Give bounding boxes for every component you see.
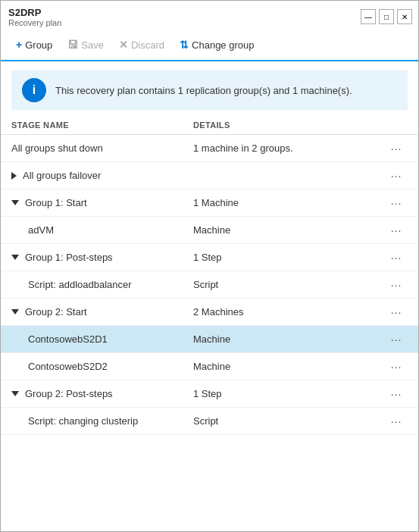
group-label: Group: [25, 39, 52, 51]
table-row[interactable]: Group 2: Post-steps1 Step···: [1, 380, 418, 408]
row-stage-text: All groups failover: [23, 170, 101, 181]
expand-icon: [11, 200, 19, 205]
row-stage-cell: Group 1: Start: [11, 197, 193, 208]
col-header-stage: STAGE NAME: [11, 120, 193, 130]
table-row[interactable]: Group 1: Post-steps1 Step···: [1, 244, 418, 271]
app-title: S2DRP: [8, 7, 61, 18]
row-actions-cell: ···: [385, 168, 408, 183]
row-stage-cell: Group 1: Post-steps: [11, 252, 193, 263]
table-row[interactable]: Group 1: Start1 Machine···: [1, 189, 418, 217]
row-stage-cell: Group 2: Start: [11, 306, 193, 318]
row-actions-cell: ···: [385, 196, 408, 211]
row-stage-text: ContosowebS2D1: [28, 333, 108, 345]
row-details-cell: Machine: [193, 224, 385, 236]
row-menu-button[interactable]: ···: [388, 250, 405, 265]
expand-icon: [11, 391, 19, 396]
row-menu-button[interactable]: ···: [388, 196, 405, 211]
row-details-cell: 1 Step: [193, 252, 385, 263]
row-stage-text: Script: addloadbalancer: [28, 279, 132, 290]
add-group-button[interactable]: + Group: [8, 36, 60, 54]
change-group-button[interactable]: ⇅ Change group: [172, 36, 261, 54]
table-row[interactable]: adVMMachine···: [1, 217, 418, 244]
save-button[interactable]: 🖫 Save: [60, 36, 111, 54]
change-group-label: Change group: [192, 39, 254, 51]
minimize-button[interactable]: —: [361, 9, 376, 24]
row-actions-cell: ···: [385, 250, 408, 265]
row-stage-cell: Script: changing clusterip: [11, 415, 193, 427]
toolbar: + Group 🖫 Save ✕ Discard ⇅ Change group: [1, 30, 418, 61]
expand-icon: [11, 255, 19, 260]
row-menu-button[interactable]: ···: [388, 277, 405, 293]
row-menu-button[interactable]: ···: [388, 359, 405, 374]
row-stage-text: Group 1: Post-steps: [25, 252, 113, 263]
row-menu-button[interactable]: ···: [388, 223, 405, 238]
row-stage-cell: ContosowebS2D2: [11, 361, 193, 372]
change-group-icon: ⇅: [180, 39, 189, 51]
row-stage-cell: Group 2: Post-steps: [11, 388, 193, 399]
row-actions-cell: ···: [385, 277, 408, 293]
row-stage-cell: All groups failover: [11, 170, 193, 181]
row-details-cell: 1 Machine: [193, 197, 385, 208]
row-details-cell: 2 Machines: [193, 306, 385, 318]
table-row[interactable]: Group 2: Start2 Machines···: [1, 299, 418, 326]
row-stage-cell: adVM: [11, 224, 193, 236]
collapse-icon: [11, 172, 17, 180]
row-menu-button[interactable]: ···: [388, 141, 405, 156]
row-stage-text: adVM: [28, 224, 54, 236]
restore-button[interactable]: □: [379, 9, 394, 24]
expand-icon: [11, 309, 19, 315]
row-menu-button[interactable]: ···: [388, 414, 405, 429]
row-details-cell: 1 Step: [193, 388, 385, 399]
row-actions-cell: ···: [385, 305, 408, 320]
discard-label: Discard: [131, 39, 164, 51]
row-menu-button[interactable]: ···: [388, 168, 405, 183]
plus-icon: +: [16, 39, 22, 51]
row-actions-cell: ···: [385, 359, 408, 374]
table-container: STAGE NAME DETAILS All groups shut down1…: [1, 116, 418, 532]
row-menu-button[interactable]: ···: [388, 305, 405, 320]
table-header: STAGE NAME DETAILS: [1, 116, 418, 135]
table-row[interactable]: All groups failover···: [1, 162, 418, 189]
row-stage-cell: ContosowebS2D1: [11, 333, 193, 345]
row-stage-text: All groups shut down: [11, 142, 103, 154]
info-icon: i: [22, 78, 46, 102]
info-banner: i This recovery plan contains 1 replicat…: [11, 70, 408, 110]
titlebar: S2DRP Recovery plan — □ ✕: [1, 1, 418, 30]
discard-icon: ✕: [119, 39, 128, 51]
table-row[interactable]: Script: addloadbalancerScript···: [1, 271, 418, 299]
row-details-cell: 1 machine in 2 groups.: [193, 142, 385, 154]
row-stage-text: Group 2: Post-steps: [25, 388, 113, 399]
table-row[interactable]: ContosowebS2D1Machine···: [1, 326, 418, 353]
row-actions-cell: ···: [385, 414, 408, 429]
titlebar-controls: — □ ✕: [361, 9, 412, 24]
app-subtitle: Recovery plan: [8, 18, 61, 27]
save-label: Save: [81, 39, 104, 51]
row-stage-text: Script: changing clusterip: [28, 415, 138, 427]
row-actions-cell: ···: [385, 141, 408, 156]
row-actions-cell: ···: [385, 223, 408, 238]
titlebar-left: S2DRP Recovery plan: [8, 7, 61, 27]
row-details-cell: Machine: [193, 361, 385, 372]
table-row[interactable]: All groups shut down1 machine in 2 group…: [1, 135, 418, 162]
row-stage-text: ContosowebS2D2: [28, 361, 108, 372]
row-stage-cell: All groups shut down: [11, 142, 193, 154]
close-button[interactable]: ✕: [397, 9, 412, 24]
info-text: This recovery plan contains 1 replicatio…: [55, 85, 352, 96]
row-details-cell: Script: [193, 415, 385, 427]
row-menu-button[interactable]: ···: [388, 386, 405, 402]
row-actions-cell: ···: [385, 332, 408, 347]
row-details-cell: Machine: [193, 333, 385, 345]
row-menu-button[interactable]: ···: [388, 332, 405, 347]
save-icon: 🖫: [67, 39, 78, 51]
row-stage-text: Group 1: Start: [25, 197, 87, 208]
row-details-cell: Script: [193, 279, 385, 290]
row-stage-text: Group 2: Start: [25, 306, 87, 318]
row-stage-cell: Script: addloadbalancer: [11, 279, 193, 290]
discard-button[interactable]: ✕ Discard: [111, 36, 172, 54]
col-header-details: DETAILS: [193, 120, 385, 130]
table-body: All groups shut down1 machine in 2 group…: [1, 135, 418, 435]
row-actions-cell: ···: [385, 386, 408, 402]
table-row[interactable]: ContosowebS2D2Machine···: [1, 353, 418, 380]
table-row[interactable]: Script: changing clusteripScript···: [1, 408, 418, 435]
